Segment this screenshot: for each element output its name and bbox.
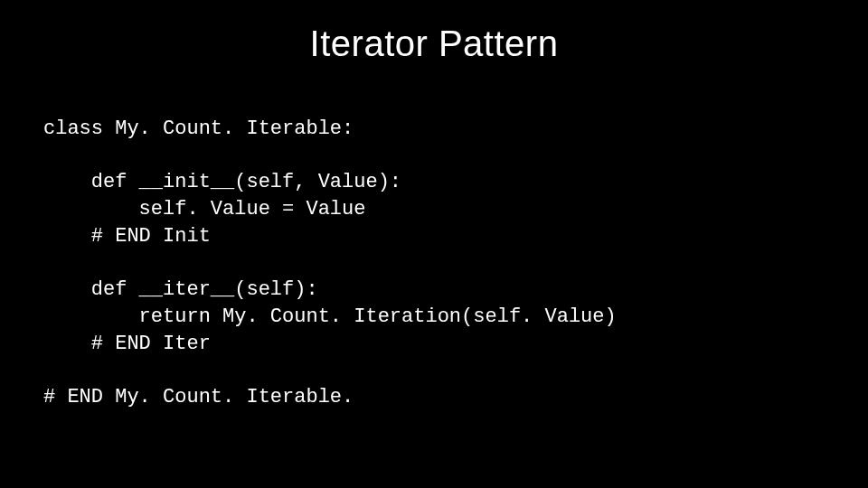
- slide: Iterator Pattern class My. Count. Iterab…: [0, 0, 868, 488]
- slide-title: Iterator Pattern: [0, 23, 868, 64]
- code-block: class My. Count. Iterable: def __init__(…: [43, 116, 617, 411]
